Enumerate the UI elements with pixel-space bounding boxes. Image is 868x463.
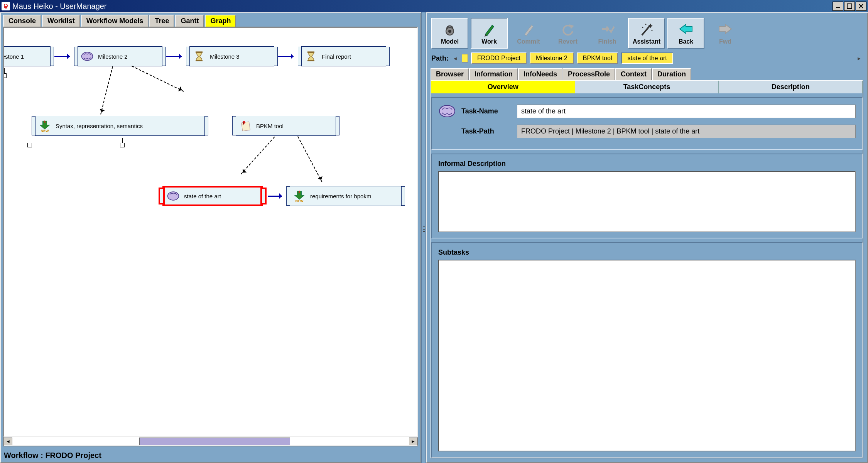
- svg-rect-3: [196, 51, 203, 53]
- path-root-button[interactable]: [462, 54, 468, 63]
- back-button[interactable]: Back: [667, 18, 704, 49]
- breadcrumb-item[interactable]: FRODO Project: [471, 52, 527, 64]
- scroll-left-button[interactable]: ◄: [4, 438, 12, 445]
- anchor-handle[interactable]: [3, 73, 7, 78]
- node-label: Milestone 2: [98, 53, 128, 60]
- anchor-handle[interactable]: [120, 143, 125, 147]
- node-label: ilestone 1: [3, 53, 24, 60]
- scroll-track[interactable]: [12, 438, 409, 445]
- anchor-handle[interactable]: [27, 143, 32, 147]
- hourglass-icon: [192, 49, 206, 63]
- right-panel: Model Work Commit Revert Finish Assistan…: [426, 12, 868, 463]
- toolbtn-label: Work: [481, 38, 497, 45]
- tab-tree[interactable]: Tree: [149, 15, 174, 27]
- node-bpkm-tool[interactable]: BPKM tool: [236, 116, 336, 136]
- window-title: Maus Heiko - UserManager: [12, 2, 833, 11]
- horizontal-scrollbar[interactable]: ◄ ►: [3, 437, 418, 446]
- tab-workflow-models[interactable]: Workflow Models: [81, 15, 149, 27]
- hourglass-icon: [304, 49, 318, 63]
- svg-rect-1: [847, 4, 852, 8]
- path-prev-button[interactable]: ◄: [452, 54, 459, 63]
- task-name-label: Task-Name: [461, 107, 512, 115]
- edge-dashed: [100, 66, 113, 115]
- model-button[interactable]: Model: [431, 18, 468, 49]
- toolbar: Model Work Commit Revert Finish Assistan…: [431, 15, 863, 51]
- scroll-thumb[interactable]: [139, 438, 290, 445]
- node-label: requirements for bpokm: [310, 193, 371, 199]
- informal-description-section: Informal Description: [431, 154, 863, 238]
- svg-text:NEW: NEW: [296, 199, 304, 203]
- finish-button: Finish: [589, 18, 626, 49]
- subtab-overview[interactable]: Overview: [431, 81, 575, 93]
- toolbtn-label: Finish: [598, 38, 616, 45]
- toolbtn-label: Fwd: [719, 38, 731, 45]
- tab-graph[interactable]: Graph: [205, 15, 236, 27]
- padlock-icon: [442, 21, 458, 37]
- right-tabs-secondary: Overview TaskConcepts Description: [431, 81, 863, 93]
- node-label: Milestone 3: [210, 53, 240, 60]
- tab-worklist[interactable]: Worklist: [42, 15, 80, 27]
- tab-context[interactable]: Context: [615, 68, 652, 80]
- section-heading: Subtasks: [438, 248, 856, 257]
- node-label: state of the art: [184, 193, 221, 199]
- edge-arrow: [54, 56, 72, 57]
- graph-canvas[interactable]: ilestone 1 Milestone 2 Milestone 3 Final…: [3, 27, 418, 437]
- subtasks-section: Subtasks: [431, 242, 863, 458]
- node-milestone-2[interactable]: Milestone 2: [78, 46, 162, 66]
- node-requirements[interactable]: NEW requirements for bpokm: [290, 186, 402, 206]
- tab-duration[interactable]: Duration: [652, 68, 691, 80]
- edge-dashed: [241, 137, 275, 174]
- breadcrumb-item[interactable]: state of the art: [621, 52, 673, 64]
- svg-point-21: [652, 30, 653, 31]
- node-milestone-3[interactable]: Milestone 3: [189, 46, 274, 66]
- section-heading: Informal Description: [438, 160, 856, 168]
- titlebar: Maus Heiko - UserManager: [0, 0, 868, 12]
- undo-icon: [560, 21, 576, 37]
- path-label: Path:: [431, 54, 449, 63]
- assistant-button[interactable]: Assistant: [628, 18, 665, 49]
- work-button[interactable]: Work: [471, 18, 508, 49]
- tab-gantt[interactable]: Gantt: [175, 15, 204, 27]
- brain-icon: [438, 103, 456, 119]
- svg-point-2: [82, 52, 93, 61]
- scroll-right-button[interactable]: ►: [409, 438, 417, 445]
- edge-dashed: [132, 66, 184, 92]
- svg-point-24: [439, 105, 455, 117]
- svg-rect-10: [241, 122, 250, 131]
- edge-arrow: [166, 56, 184, 57]
- tab-browser[interactable]: Browser: [431, 68, 469, 80]
- tab-processrole[interactable]: ProcessRole: [562, 68, 615, 80]
- tab-information[interactable]: Information: [469, 68, 518, 80]
- subtasks-list[interactable]: [438, 260, 856, 451]
- node-milestone-1[interactable]: ilestone 1: [3, 46, 51, 66]
- svg-marker-22: [680, 24, 692, 34]
- close-button[interactable]: [856, 2, 866, 11]
- maximize-button[interactable]: [844, 2, 855, 11]
- spacer: [438, 123, 456, 139]
- subtab-taskconcepts[interactable]: TaskConcepts: [575, 81, 719, 93]
- fwd-button: Fwd: [707, 18, 744, 49]
- informal-description-input[interactable]: [438, 171, 856, 232]
- splitter-handle[interactable]: [421, 12, 426, 463]
- svg-rect-4: [196, 60, 203, 61]
- node-syntax[interactable]: NEW Syntax, representation, semantics: [35, 116, 205, 136]
- subtab-description[interactable]: Description: [719, 81, 863, 93]
- edge-dashed: [297, 136, 323, 182]
- edge-arrow: [278, 56, 296, 57]
- svg-point-12: [168, 192, 179, 200]
- breadcrumb-item[interactable]: Milestone 2: [530, 52, 574, 64]
- minimize-button[interactable]: [833, 2, 843, 11]
- brain-icon: [166, 189, 180, 203]
- new-icon: NEW: [292, 189, 306, 203]
- toolbtn-label: Assistant: [633, 38, 660, 45]
- breadcrumb-item[interactable]: BPKM tool: [577, 52, 618, 64]
- svg-point-20: [645, 24, 647, 25]
- task-name-field[interactable]: state of the art: [517, 105, 856, 118]
- node-final-report[interactable]: Final report: [301, 46, 386, 66]
- node-state-of-the-art[interactable]: state of the art: [162, 186, 263, 206]
- path-next-button[interactable]: ►: [856, 54, 863, 63]
- node-label: Final report: [322, 53, 351, 60]
- tab-infoneeds[interactable]: InfoNeeds: [518, 68, 562, 80]
- commit-button: Commit: [510, 18, 547, 49]
- tab-console[interactable]: Console: [3, 15, 41, 27]
